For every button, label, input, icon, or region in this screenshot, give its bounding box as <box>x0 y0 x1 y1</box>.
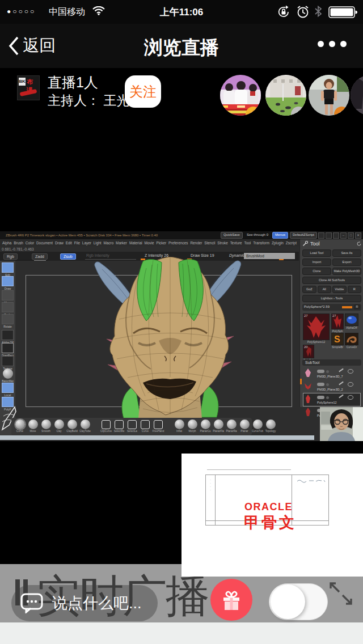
gift-button[interactable] <box>210 579 252 621</box>
menu-item: Movie <box>144 241 154 245</box>
brush-icon: Topology <box>264 419 277 433</box>
subtool-item: PM3D_Plane3D_2 <box>303 380 360 393</box>
brush-icon: Planar <box>238 419 251 433</box>
menu-item: Color <box>26 241 34 245</box>
menu-item: Draw <box>55 241 64 245</box>
chat-input[interactable]: 说点什么吧... <box>11 585 158 621</box>
brush-stroke-icon <box>20 89 37 96</box>
table-side-marks: ···· <box>208 478 213 492</box>
chat-placeholder: 说点什么吧... <box>52 593 142 613</box>
zsub-button: Zsub <box>60 253 76 260</box>
tool-panel-button: GoZ <box>302 286 316 293</box>
tool-panel-button: Clone <box>302 268 331 275</box>
gift-icon <box>220 588 243 612</box>
material-selector: BasicMat <box>1 368 14 383</box>
switch-toggle[interactable] <box>269 583 328 620</box>
rotate-tool: Rotate <box>1 314 14 328</box>
menu-item: Stroke <box>217 241 227 245</box>
local-symmetry-toggle: Local <box>1 383 14 397</box>
rank-badge: 2 <box>291 107 306 116</box>
screen-share-video[interactable]: ZBrush 4R6 P2 Timework slogan • Active M… <box>0 231 363 441</box>
tool-panel-button: Lightbox › Tools <box>302 295 361 302</box>
zbrush-menubar: AlphaBrushColorDocumentDrawEditFileLayer… <box>0 239 299 247</box>
menu-item: Document <box>36 241 53 245</box>
subtool-item-selected: PolySphere12 <box>303 393 360 406</box>
menu-item: Zscript <box>286 241 297 245</box>
brush-icon: Clay <box>53 419 65 433</box>
draw-tool: Draw <box>1 276 14 290</box>
tool-panel-button: Save As <box>332 249 361 257</box>
bottom-strip <box>0 622 363 644</box>
alpha-thumbnail: AlphaOff <box>345 313 358 326</box>
alpha-selector: Alpha Off <box>1 330 14 344</box>
tool-thumbnail-polysphere12: 27 PolySphere12 <box>303 313 330 340</box>
menu-item: Brush <box>14 241 23 245</box>
toggle-knob[interactable] <box>271 584 305 619</box>
menu-item: File <box>74 241 80 245</box>
follow-button[interactable]: 关注 <box>125 75 161 108</box>
brush-icon: FreeHand <box>152 419 164 433</box>
host-name-label: 主持人： 王光 <box>48 92 129 109</box>
nav-bar: 浏览直播 返回 <box>0 24 363 68</box>
brush-icon: ClayBuild <box>66 419 78 433</box>
battery-icon <box>328 6 358 21</box>
viewer-avatar-1[interactable]: 1 <box>220 75 261 116</box>
restore-button: □ <box>348 232 354 239</box>
expand-icon[interactable] <box>327 577 356 610</box>
brush-icon: Morph <box>186 419 199 433</box>
menu-item: Macro <box>103 241 113 245</box>
tool-panel-button: Make PolyMesh3D <box>332 268 361 275</box>
status-bar: ●○○○○ 中国移动 上午11:06 <box>0 0 363 24</box>
back-button[interactable]: 返回 <box>8 34 56 58</box>
viewer-avatar-4[interactable] <box>351 75 363 116</box>
live-viewer-count: 直播1人 <box>48 73 98 92</box>
presenter-webcam <box>320 407 363 441</box>
phone-screen: ●○○○○ 中国移动 上午11:06 <box>0 0 363 644</box>
menus-button: Menus <box>272 232 288 239</box>
dot-icon <box>329 41 335 47</box>
avatar-photo <box>351 75 363 116</box>
divider <box>207 469 291 470</box>
menu-item: Layer <box>82 241 91 245</box>
tool-panel-button: All <box>318 286 332 293</box>
window-button <box>326 232 332 239</box>
quicksave-button: QuickSave <box>221 232 243 239</box>
viewer-avatar-3[interactable]: 3 <box>309 75 349 116</box>
rotation-lock-icon <box>276 5 291 22</box>
cursor-coordinates: 0.681,-0.781,-0.463 <box>2 247 34 251</box>
tool-thumbnail-third: 20 PolySph <box>303 345 314 358</box>
back-label: 返回 <box>23 35 56 57</box>
menu-item: Stencil <box>204 241 215 245</box>
viewer-avatar-2[interactable]: 2 <box>265 75 306 116</box>
wrench-icon <box>302 241 308 247</box>
brush-icon: SelectRe <box>113 419 125 433</box>
stroke-selector: DragRect <box>1 343 14 357</box>
oracle-cn-logo: 甲骨文 <box>244 512 297 533</box>
live-info-row: BK 布课 直播1人 主持人： 王光 关注 1 <box>0 68 363 118</box>
brush-icon: Smooth <box>40 419 52 433</box>
chevron-left-icon <box>8 36 19 56</box>
menu-item: Texture <box>230 241 242 245</box>
zadd-button: Zadd <box>32 253 48 260</box>
brush-icon: Move <box>27 419 39 433</box>
bluetooth-icon <box>314 5 323 20</box>
rgb-button: Rgb <box>3 253 18 260</box>
zbrush-title-text: ZBrush 4R6 P2 Timework slogan • Active M… <box>6 234 158 237</box>
menu-item: Transform <box>253 241 269 245</box>
document-camera-video[interactable]: ···· ORACLE 甲骨文 <box>182 454 363 577</box>
more-menu-button[interactable] <box>318 41 347 47</box>
oracle-logo: ORACLE <box>244 501 293 513</box>
brush-icon: ClipCurve <box>100 419 112 433</box>
dragon-head-model <box>79 257 261 418</box>
brush-thumbnail-s: S SimpleBr <box>331 333 344 345</box>
host-avatar[interactable]: BK 布课 <box>17 75 40 100</box>
menu-item: Marker <box>116 241 127 245</box>
rank-badge: 3 <box>334 107 349 116</box>
brush-icon: PlanarCu <box>199 419 212 433</box>
brush-icon: SelectLa <box>126 419 138 433</box>
zbrush-tool-panel: Tool Load ToolSave As ImportExport Clone… <box>299 239 363 407</box>
menu-item: Edit <box>66 241 72 245</box>
subtool-header: SubTool <box>302 359 361 366</box>
tool-panel-button: Visible <box>332 286 347 293</box>
brush-icon: PlanarRa <box>225 419 238 433</box>
